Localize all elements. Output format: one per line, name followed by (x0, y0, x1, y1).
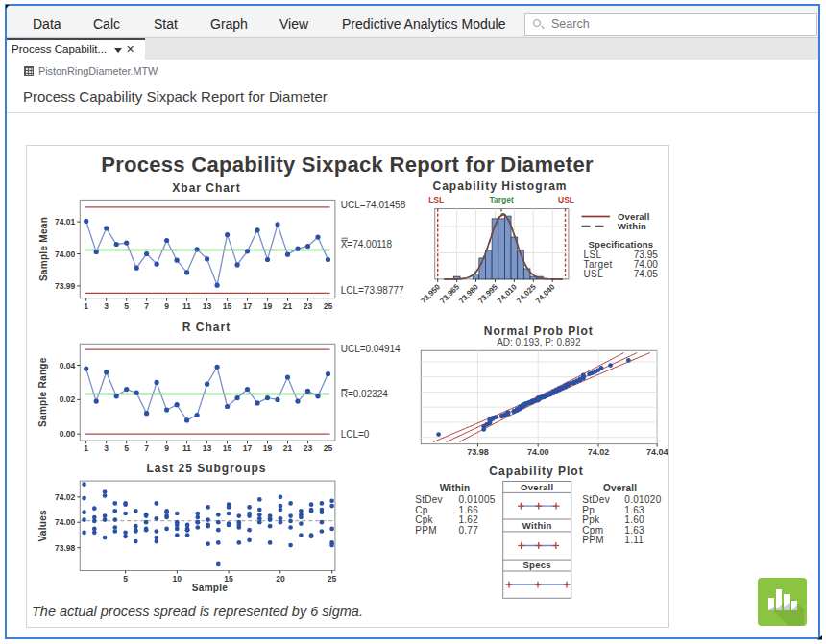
svg-text:USL: USL (558, 195, 574, 204)
svg-text:Target: Target (489, 195, 514, 204)
svg-text:25: 25 (324, 301, 333, 311)
svg-text:20: 20 (276, 574, 285, 584)
svg-text:1.66: 1.66 (458, 505, 478, 515)
svg-text:13: 13 (203, 443, 212, 453)
svg-text:0.00: 0.00 (60, 429, 76, 439)
svg-text:15: 15 (223, 443, 232, 453)
svg-text:Sample Range: Sample Range (38, 357, 49, 427)
svg-text:Values: Values (38, 510, 49, 542)
svg-text:Process Capability Sixpack Rep: Process Capability Sixpack Report for Di… (101, 153, 594, 177)
svg-text:13: 13 (203, 301, 212, 311)
svg-text:74.00: 74.00 (55, 250, 76, 259)
svg-text:USL: USL (584, 269, 604, 279)
svg-text:Ppk: Ppk (582, 514, 600, 525)
svg-text:Within: Within (522, 520, 552, 531)
svg-text:11: 11 (182, 443, 191, 453)
svg-text:74.00: 74.00 (55, 517, 76, 527)
svg-text:73.98: 73.98 (467, 447, 489, 457)
svg-text:19: 19 (263, 443, 273, 453)
svg-text:21: 21 (283, 301, 293, 311)
svg-text:0.04: 0.04 (60, 361, 76, 370)
svg-text:74.04: 74.04 (646, 447, 668, 457)
svg-text:9: 9 (164, 443, 169, 453)
svg-text:25: 25 (328, 574, 337, 584)
svg-text:17: 17 (243, 443, 253, 453)
svg-text:Capability Plot: Capability Plot (489, 465, 583, 478)
svg-text:1: 1 (84, 301, 88, 311)
svg-text:UCL=74.01458: UCL=74.01458 (341, 200, 406, 210)
svg-text:74.040: 74.040 (534, 282, 557, 305)
svg-text:Overall: Overall (603, 483, 637, 493)
svg-text:0.02: 0.02 (60, 394, 76, 404)
svg-text:11: 11 (182, 301, 191, 311)
svg-text:1.63: 1.63 (624, 505, 644, 515)
svg-text:1.62: 1.62 (458, 514, 478, 525)
svg-text:Cpm: Cpm (582, 525, 603, 536)
svg-text:5: 5 (124, 301, 129, 311)
svg-text:Cpk: Cpk (415, 514, 433, 525)
svg-text:10: 10 (173, 574, 182, 584)
svg-text:3: 3 (104, 301, 109, 311)
svg-text:73.99: 73.99 (55, 281, 76, 291)
svg-text:74.02: 74.02 (55, 492, 76, 502)
svg-text:5: 5 (123, 574, 128, 584)
svg-text:LCL=0: LCL=0 (341, 429, 370, 440)
svg-text:Within: Within (440, 483, 471, 493)
svg-text:19: 19 (263, 301, 273, 311)
svg-text:Xbar Chart: Xbar Chart (172, 181, 240, 195)
svg-text:AD: 0.193, P: 0.892: AD: 0.193, P: 0.892 (497, 337, 581, 347)
svg-text:15: 15 (223, 301, 232, 311)
svg-text:Last 25 Subgroups: Last 25 Subgroups (146, 462, 266, 475)
svg-text:21: 21 (283, 443, 293, 453)
svg-text:0.01005: 0.01005 (458, 494, 495, 505)
svg-text:73.995: 73.995 (476, 282, 499, 305)
svg-text:3: 3 (104, 443, 109, 453)
svg-text:Sample Mean: Sample Mean (38, 217, 49, 281)
svg-text:7: 7 (144, 443, 149, 453)
svg-text:0.01020: 0.01020 (624, 494, 661, 505)
svg-text:Cp: Cp (415, 505, 428, 515)
svg-text:7: 7 (144, 301, 149, 311)
svg-text:23: 23 (304, 301, 313, 311)
svg-text:R=0.02324: R=0.02324 (341, 389, 389, 399)
svg-text:Specs: Specs (522, 560, 551, 570)
svg-text:LCL=73.98777: LCL=73.98777 (341, 285, 404, 296)
svg-text:0.77: 0.77 (458, 525, 478, 536)
svg-text:74.02: 74.02 (588, 447, 610, 457)
svg-text:74.05: 74.05 (634, 269, 658, 279)
svg-text:The actual process spread is r: The actual process spread is represented… (32, 604, 363, 619)
svg-text:UCL=0.04914: UCL=0.04914 (341, 344, 401, 354)
svg-text:74.010: 74.010 (496, 282, 519, 305)
svg-text:25: 25 (324, 443, 333, 453)
svg-text:9: 9 (164, 301, 169, 311)
svg-text:Specifications: Specifications (589, 239, 654, 250)
svg-text:1.11: 1.11 (624, 535, 644, 545)
svg-text:Pp: Pp (582, 505, 595, 515)
svg-text:Capability Histogram: Capability Histogram (432, 179, 567, 193)
svg-text:Overall: Overall (521, 482, 553, 492)
svg-text:15: 15 (224, 574, 233, 584)
svg-text:1.63: 1.63 (624, 525, 644, 536)
svg-text:73.98: 73.98 (55, 543, 76, 553)
svg-text:1.60: 1.60 (624, 514, 644, 525)
svg-text:Within: Within (618, 221, 646, 231)
svg-text:17: 17 (243, 301, 253, 311)
svg-text:PPM: PPM (415, 525, 437, 536)
svg-text:PPM: PPM (582, 535, 604, 545)
svg-text:73.980: 73.980 (457, 282, 480, 305)
svg-text:StDev: StDev (415, 494, 443, 505)
svg-text:23: 23 (304, 443, 313, 453)
svg-text:74.00: 74.00 (527, 447, 549, 457)
svg-text:73.965: 73.965 (438, 282, 461, 305)
svg-text:StDev: StDev (582, 494, 610, 505)
svg-text:Normal Prob Plot: Normal Prob Plot (484, 324, 594, 338)
svg-text:X=74.00118: X=74.00118 (341, 239, 393, 250)
svg-text:1: 1 (84, 443, 88, 453)
svg-text:R Chart: R Chart (182, 321, 231, 334)
svg-text:5: 5 (124, 443, 129, 453)
svg-text:74.01: 74.01 (55, 217, 76, 227)
svg-text:Sample: Sample (192, 583, 229, 593)
svg-text:74.025: 74.025 (515, 282, 538, 305)
svg-text:73.950: 73.950 (419, 282, 442, 305)
svg-text:LSL: LSL (428, 195, 444, 204)
